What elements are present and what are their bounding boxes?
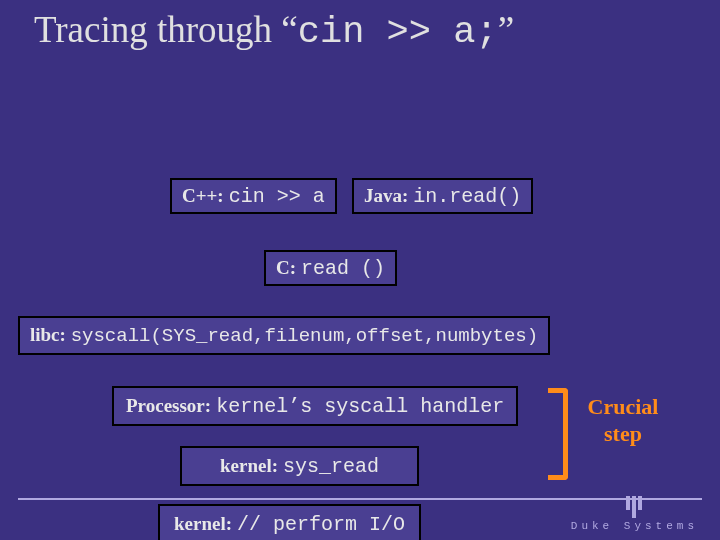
box-c-code: read () [301,257,385,280]
box-libc-label: libc: [30,324,66,345]
box-java-code: in.read() [413,185,521,208]
box-kernel-io-label: kernel: [174,513,232,534]
title-suffix: ” [498,9,514,50]
slide-title: Tracing through “cin >> a;” [0,0,720,54]
annotation-line1: Crucial [588,394,659,419]
box-libc: libc: syscall(SYS_read,filenum,offset,nu… [18,316,550,355]
box-kernel-sysread-code: sys_read [283,455,379,478]
slide: Tracing through “cin >> a;” C++: cin >> … [0,0,720,540]
box-cpp: C++: cin >> a [170,178,337,214]
box-cpp-label: C++: [182,185,224,206]
brand-logo: Duke Systems [571,496,698,532]
box-kernel-io: kernel: // perform I/O [158,504,421,540]
chapel-icon [571,496,698,518]
box-java: Java: in.read() [352,178,533,214]
brand-text: Duke Systems [571,520,698,532]
annotation-line2: step [604,421,642,446]
annotation-crucial: Crucial step [578,394,668,447]
title-prefix: Tracing through “ [34,9,298,50]
title-code: cin >> a; [298,11,498,53]
box-kernel-sysread-label: kernel: [220,455,278,476]
box-c: C: read () [264,250,397,286]
box-processor-label: Processor: [126,395,211,416]
box-kernel-io-code: // perform I/O [237,513,405,536]
bracket-icon [548,388,568,480]
box-cpp-code: cin >> a [229,185,325,208]
box-processor: Processor: kernel’s syscall handler [112,386,518,426]
box-libc-code: syscall(SYS_read,filenum,offset,numbytes… [71,325,538,347]
box-java-label: Java: [364,185,408,206]
box-processor-code: kernel’s syscall handler [216,395,504,418]
box-kernel-sysread: kernel: sys_read [180,446,419,486]
box-c-label: C: [276,257,296,278]
